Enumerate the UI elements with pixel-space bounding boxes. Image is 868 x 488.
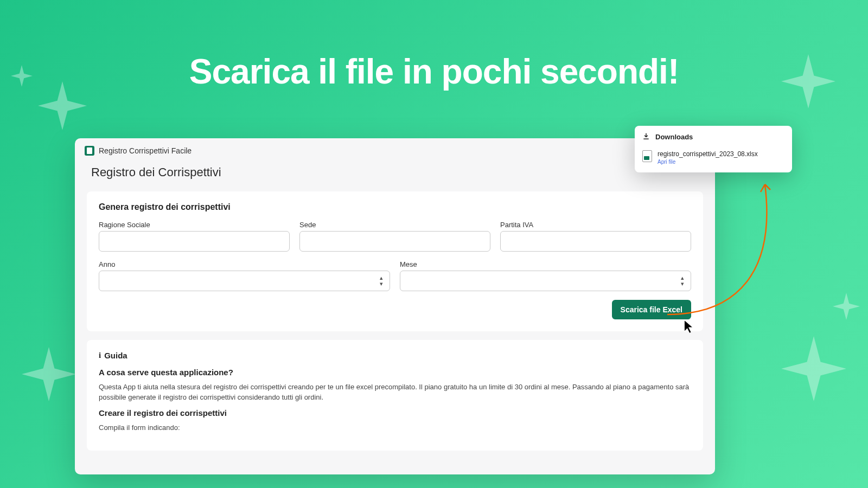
label-partita-iva: Partita IVA <box>500 221 691 229</box>
app-window: Registro Corrispettivi Facile Registro d… <box>75 138 715 474</box>
downloads-header: Downloads <box>635 126 792 146</box>
downloads-label: Downloads <box>655 133 693 141</box>
input-sede[interactable] <box>299 231 490 252</box>
download-item[interactable]: registro_corrispettivi_2023_08.xlsx Apri… <box>635 146 792 172</box>
sparkle-icon <box>781 336 846 401</box>
label-mese: Mese <box>400 260 691 268</box>
info-icon: i <box>99 351 101 360</box>
downloads-popup: Downloads registro_corrispettivi_2023_08… <box>635 126 792 172</box>
download-excel-button[interactable]: Scarica file Excel <box>612 300 691 319</box>
sparkle-icon <box>22 347 76 401</box>
select-anno[interactable]: ▴▾ <box>99 271 390 291</box>
chevron-updown-icon: ▴▾ <box>380 275 383 287</box>
download-file-action[interactable]: Apri file <box>658 159 758 165</box>
guide-heading: i Guida <box>99 351 691 360</box>
input-partita-iva[interactable] <box>500 231 691 252</box>
guide-section2-title: Creare il registro dei corrispettivi <box>99 408 691 418</box>
download-arrow-icon <box>642 132 650 142</box>
download-file-name: registro_corrispettivi_2023_08.xlsx <box>658 150 758 158</box>
hero-title: Scarica il file in pochi secondi! <box>0 52 868 92</box>
label-sede: Sede <box>299 221 490 229</box>
guide-section1-body: Questa App ti aiuta nella stesura del re… <box>99 382 691 403</box>
label-anno: Anno <box>99 260 390 268</box>
page-title: Registro dei Corrispettivi <box>75 160 715 191</box>
guide-section2-body: Compila il form indicando: <box>99 423 691 433</box>
input-ragione-sociale[interactable] <box>99 231 290 252</box>
guide-heading-text: Guida <box>104 351 127 360</box>
guide-section1-title: A cosa serve questa applicazione? <box>99 368 691 377</box>
app-header: Registro Corrispettivi Facile <box>75 138 715 160</box>
form-card: Genera registro dei corrispettivi Ragion… <box>87 191 703 331</box>
label-ragione-sociale: Ragione Sociale <box>99 221 290 229</box>
sparkle-icon <box>833 293 860 320</box>
select-mese[interactable]: ▴▾ <box>400 271 691 291</box>
app-name: Registro Corrispettivi Facile <box>99 146 192 155</box>
excel-file-icon <box>642 150 652 162</box>
app-logo-icon <box>85 146 94 156</box>
chevron-updown-icon: ▴▾ <box>681 275 684 287</box>
form-card-title: Genera registro dei corrispettivi <box>99 202 691 212</box>
guide-card: i Guida A cosa serve questa applicazione… <box>87 340 703 451</box>
